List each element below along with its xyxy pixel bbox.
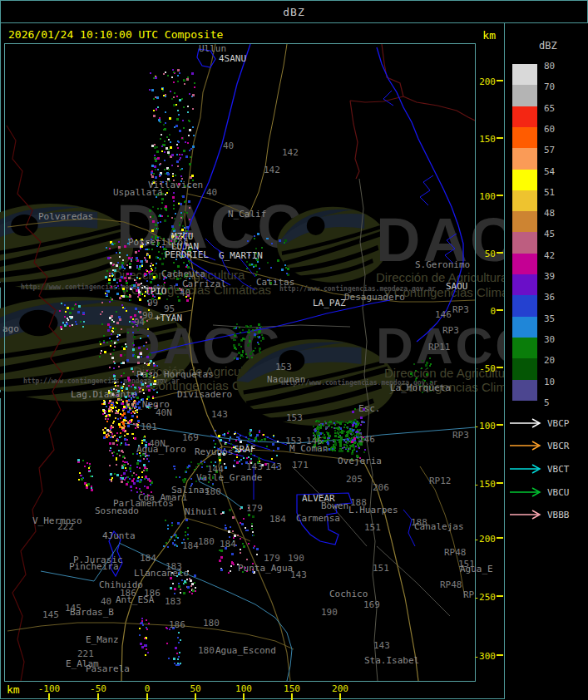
map-place-label: Pasarela <box>86 665 130 673</box>
map-place-label: Nihuil <box>185 508 218 516</box>
legend-color-swatch <box>512 232 537 254</box>
map-place-label: 180 <box>203 619 220 628</box>
radar-map-canvas: Ullun4SANU40142142VillavicenUspallata40N… <box>4 43 476 682</box>
map-place-label: 4SANU <box>219 55 246 63</box>
map-place-label: Agua_Escond <box>215 647 276 655</box>
legend-dbz-label: 51 <box>544 187 555 198</box>
map-place-label: ago <box>2 325 19 333</box>
right-axis-tick-label: 150 <box>472 134 496 145</box>
right-axis-tick <box>497 137 503 139</box>
legend-color-swatch <box>512 254 537 275</box>
map-place-label: 179 <box>246 505 263 513</box>
legend-dbz-label: 70 <box>544 81 555 92</box>
right-axis-tick <box>497 654 503 656</box>
map-place-label: 171 <box>292 461 309 470</box>
legend-arrow-row: VBBB <box>506 507 588 524</box>
map-place-label: 183 <box>165 598 181 606</box>
right-axis-tick <box>497 595 503 597</box>
map-place-label: Canalejas <box>414 523 464 531</box>
legend-arrow-label: VBCP <box>547 418 570 429</box>
legend-color-swatch <box>512 317 537 338</box>
legend-color-swatch <box>512 274 537 296</box>
map-place-label: 184 <box>220 540 236 549</box>
map-place-label: 151 <box>364 524 381 532</box>
map-place-label: RP48 <box>444 549 467 557</box>
legend-color-swatch <box>512 106 537 128</box>
legend-dbz-label: 57 <box>544 145 555 155</box>
map-place-label: SRAF <box>234 446 256 454</box>
wind-vector-arrow-icon <box>506 461 545 476</box>
wind-vector-arrow-icon <box>506 485 545 500</box>
right-axis-tick-label: 100 <box>472 191 496 202</box>
bottom-axis-tick <box>243 693 245 700</box>
map-place-label: Ullun <box>199 45 226 53</box>
map-place-label: 190 <box>321 609 338 617</box>
map-place-label: 190 <box>288 555 304 563</box>
map-place-label: Llancanelo <box>134 569 189 578</box>
map-place-label: 179 <box>264 555 280 563</box>
legend-dbz-label: 35 <box>544 313 555 324</box>
legend-dbz-label: 5 <box>544 397 550 408</box>
bottom-axis-tick <box>339 693 341 700</box>
bottom-axis-tick <box>97 693 99 700</box>
map-place-label: Ovejeria <box>338 457 382 466</box>
map-place-label: L.Huarpes <box>348 506 398 515</box>
map-place-label: Paso_Horquetas <box>136 371 214 379</box>
legend-dbz-label: 60 <box>544 124 555 135</box>
legend-color-swatch <box>512 338 537 359</box>
bottom-axis-tick <box>291 693 293 700</box>
map-place-label: 94 <box>134 318 145 327</box>
bottom-axis-tick <box>146 693 148 700</box>
legend-arrow-row: VBCT <box>506 461 588 478</box>
map-place-label: 99 <box>147 299 158 308</box>
map-place-label: 142 <box>282 149 299 157</box>
legend-dbz-label: 48 <box>544 208 555 219</box>
legend-color-swatch <box>512 211 537 233</box>
map-place-label: Bardas_B <box>70 609 114 617</box>
right-axis-tick <box>497 367 503 368</box>
map-place-label: 40 <box>223 142 234 150</box>
map-place-label: Cochico <box>329 590 368 599</box>
map-place-label: 180 <box>198 647 215 655</box>
map-place-label: 145 <box>42 611 59 619</box>
map-place-label: Nacunan <box>267 376 305 384</box>
legend-color-swatch <box>512 380 537 402</box>
wind-vector-arrow-icon <box>506 416 545 431</box>
legend-color-swatch <box>512 127 537 149</box>
right-axis-tick <box>497 424 503 426</box>
map-place-label: TPIO <box>145 288 167 296</box>
right-axis-tick-label: -250 <box>472 592 496 603</box>
legend-title: dBZ <box>539 40 557 52</box>
legend-color-swatch <box>512 170 537 191</box>
bottom-axis-tick <box>48 693 50 700</box>
title-bar: dBZ <box>0 0 588 23</box>
map-place-label: Carmensa <box>296 515 340 523</box>
map-place-label: 143 <box>373 642 390 650</box>
map-place-label: Bowen <box>321 502 348 510</box>
map-place-label: 169 <box>182 434 199 442</box>
map-place-label: 40 <box>101 598 111 606</box>
legend-dbz-label: 10 <box>544 377 555 387</box>
map-place-label: La_Horqueta <box>390 384 451 392</box>
map-place-label: PERDRIEL <box>165 251 209 259</box>
map-place-label: 169 <box>363 601 380 609</box>
map-place-label: E_Manz <box>86 636 119 644</box>
right-axis-tick <box>497 195 503 196</box>
map-place-label: Agua_E <box>460 565 493 574</box>
legend-dbz-label: 36 <box>544 292 555 303</box>
map-place-label: 143 <box>265 463 282 471</box>
map-place-label: 143 <box>290 571 307 579</box>
map-place-label: 180 <box>205 488 221 496</box>
legend-arrow-row: VBCP <box>506 416 588 432</box>
right-axis-tick <box>497 80 503 81</box>
map-place-label: 4Junta <box>102 532 136 540</box>
legend-color-swatch <box>512 64 537 86</box>
map-place-label: 205 <box>346 476 363 484</box>
legend-dbz-label: 45 <box>544 229 555 239</box>
map-place-label: Agua_Toro <box>136 446 186 454</box>
map-place-label: RP3 <box>442 327 459 335</box>
bottom-axis-unit-label: km <box>7 683 20 696</box>
map-place-label: RP12 <box>429 477 452 486</box>
map-place-label: 143 <box>246 463 263 471</box>
map-place-label: 186 <box>169 621 185 629</box>
